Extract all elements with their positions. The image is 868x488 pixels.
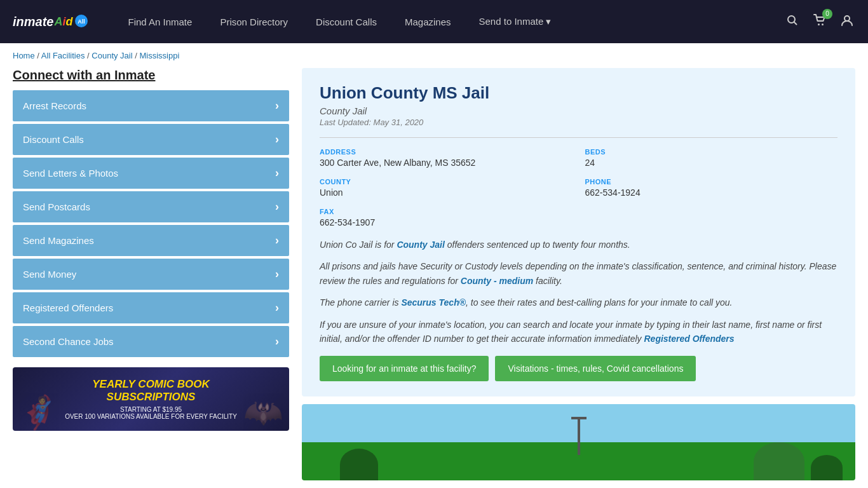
arrow-icon: ›: [275, 200, 279, 214]
facility-updated: Last Updated: May 31, 2020: [320, 118, 837, 127]
info-county: COUNTY Union: [320, 178, 573, 198]
info-fax: FAX 662-534-1907: [320, 208, 573, 227]
link-county-medium[interactable]: County - medium: [461, 276, 533, 286]
ad-hero-right: 🦇: [243, 394, 283, 431]
svg-point-4: [818, 24, 820, 25]
nav-prison-directory[interactable]: Prison Directory: [206, 0, 302, 43]
sidebar-label-second-chance-jobs: Second Chance Jobs: [23, 336, 114, 347]
sidebar-label-send-money: Send Money: [23, 269, 76, 280]
nav-links: Find An Inmate Prison Directory Discount…: [114, 0, 784, 43]
divider: [320, 137, 837, 138]
beds-value: 24: [585, 158, 838, 168]
arrow-icon: ›: [275, 234, 279, 247]
nav-magazines[interactable]: Magazines: [391, 0, 465, 43]
user-icon: [841, 15, 853, 26]
sidebar: Connect with an Inmate Arrest Records › …: [13, 68, 289, 480]
search-button[interactable]: [784, 12, 801, 32]
nav-discount-calls[interactable]: Discount Calls: [302, 0, 391, 43]
county-label: COUNTY: [320, 178, 573, 186]
sidebar-item-registered-offenders[interactable]: Registered Offenders ›: [13, 292, 289, 323]
sidebar-item-send-letters[interactable]: Send Letters & Photos ›: [13, 158, 289, 189]
link-securus[interactable]: Securus Tech®: [401, 297, 466, 308]
cart-button[interactable]: 0: [811, 11, 829, 32]
phone-value: 662-534-1924: [585, 187, 838, 198]
ad-subtitle: STARTING AT $19.95OVER 100 VARIATIONS AV…: [65, 406, 237, 420]
tree-decoration-3: [811, 455, 843, 480]
sidebar-menu: Arrest Records › Discount Calls › Send L…: [13, 90, 289, 357]
logo[interactable]: inmate A i d All: [13, 14, 88, 30]
sidebar-label-registered-offenders: Registered Offenders: [23, 302, 113, 313]
arrow-icon: ›: [275, 133, 279, 146]
logo-icon: All: [74, 14, 88, 28]
arrow-icon: ›: [275, 99, 279, 112]
sidebar-item-send-magazines[interactable]: Send Magazines ›: [13, 225, 289, 256]
ad-title: YEARLY COMIC BOOKSUBSCRIPTIONS: [92, 378, 210, 404]
sidebar-item-send-postcards[interactable]: Send Postcards ›: [13, 191, 289, 222]
facility-name: Union County MS Jail: [320, 83, 837, 103]
desc-3: The phone carrier is Securus Tech®, to s…: [320, 295, 837, 309]
svg-text:All: All: [78, 18, 86, 25]
nav-send-to-inmate[interactable]: Send to Inmate ▾: [465, 0, 566, 43]
link-registered-offenders[interactable]: Registered Offenders: [644, 334, 734, 344]
arrow-icon: ›: [275, 268, 279, 281]
address-label: ADDRESS: [320, 148, 573, 156]
breadcrumb: Home / All Facilities / County Jail / Mi…: [0, 43, 868, 68]
nav-icons: 0: [784, 11, 855, 32]
svg-line-3: [794, 22, 797, 25]
svg-point-2: [788, 16, 795, 23]
sidebar-item-send-money[interactable]: Send Money ›: [13, 259, 289, 290]
content-area: Union County MS Jail County Jail Last Up…: [302, 68, 855, 480]
info-address: ADDRESS 300 Carter Ave, New Albany, MS 3…: [320, 148, 573, 168]
sidebar-label-discount-calls: Discount Calls: [23, 134, 84, 145]
desc-1: Union Co Jail is for County Jail offende…: [320, 238, 837, 252]
tree-decoration-1: [340, 449, 378, 480]
svg-point-5: [822, 24, 824, 25]
cart-badge: 0: [822, 9, 832, 19]
search-icon: [787, 15, 798, 26]
ad-banner[interactable]: 🦸 YEARLY COMIC BOOKSUBSCRIPTIONS STARTIN…: [13, 367, 289, 431]
sidebar-item-arrest-records[interactable]: Arrest Records ›: [13, 90, 289, 121]
breadcrumb-all-facilities[interactable]: All Facilities: [41, 51, 85, 60]
action-buttons: Looking for an inmate at this facility? …: [320, 356, 837, 381]
sidebar-label-arrest-records: Arrest Records: [23, 100, 86, 111]
logo-text: inmate: [13, 15, 53, 29]
breadcrumb-county-jail[interactable]: County Jail: [92, 51, 132, 60]
county-value: Union: [320, 187, 573, 198]
desc-4: If you are unsure of your inmate's locat…: [320, 318, 837, 346]
svg-point-6: [844, 16, 850, 21]
arrow-icon: ›: [275, 301, 279, 315]
arrow-icon: ›: [275, 166, 279, 180]
navbar: inmate A i d All Find An Inmate Prison D…: [0, 0, 868, 43]
visitations-button[interactable]: Visitations - times, rules, Covid cancel…: [495, 356, 696, 381]
phone-label: PHONE: [585, 178, 838, 186]
facility-info-grid: ADDRESS 300 Carter Ave, New Albany, MS 3…: [320, 148, 837, 227]
user-button[interactable]: [839, 12, 855, 32]
beds-label: BEDS: [585, 148, 838, 156]
sidebar-label-send-postcards: Send Postcards: [23, 201, 90, 212]
breadcrumb-home[interactable]: Home: [13, 51, 35, 60]
facility-card: Union County MS Jail County Jail Last Up…: [302, 68, 855, 396]
link-county-jail[interactable]: County Jail: [397, 240, 444, 250]
facility-description: Union Co Jail is for County Jail offende…: [320, 238, 837, 346]
sidebar-title: Connect with an Inmate: [13, 68, 289, 83]
street-light-decoration: [578, 417, 580, 455]
info-beds: BEDS 24: [585, 148, 838, 168]
ad-hero-left: 🦸: [19, 394, 58, 431]
desc-2: All prisons and jails have Security or C…: [320, 259, 837, 288]
info-phone: PHONE 662-534-1924: [585, 178, 838, 198]
sidebar-label-send-letters: Send Letters & Photos: [23, 168, 118, 179]
sidebar-item-discount-calls[interactable]: Discount Calls ›: [13, 124, 289, 155]
sidebar-label-send-magazines: Send Magazines: [23, 235, 94, 246]
arrow-icon: ›: [275, 335, 279, 348]
facility-image: [302, 404, 855, 480]
fax-value: 662-534-1907: [320, 217, 573, 227]
facility-type: County Jail: [320, 105, 837, 116]
nav-find-inmate[interactable]: Find An Inmate: [114, 0, 206, 43]
tree-decoration-2: [754, 442, 804, 480]
address-value: 300 Carter Ave, New Albany, MS 35652: [320, 158, 573, 168]
main-layout: Connect with an Inmate Arrest Records › …: [0, 68, 868, 488]
find-inmate-button[interactable]: Looking for an inmate at this facility?: [320, 356, 489, 381]
fax-label: FAX: [320, 208, 573, 215]
sidebar-item-second-chance-jobs[interactable]: Second Chance Jobs ›: [13, 326, 289, 357]
breadcrumb-state[interactable]: Mississippi: [139, 51, 179, 60]
